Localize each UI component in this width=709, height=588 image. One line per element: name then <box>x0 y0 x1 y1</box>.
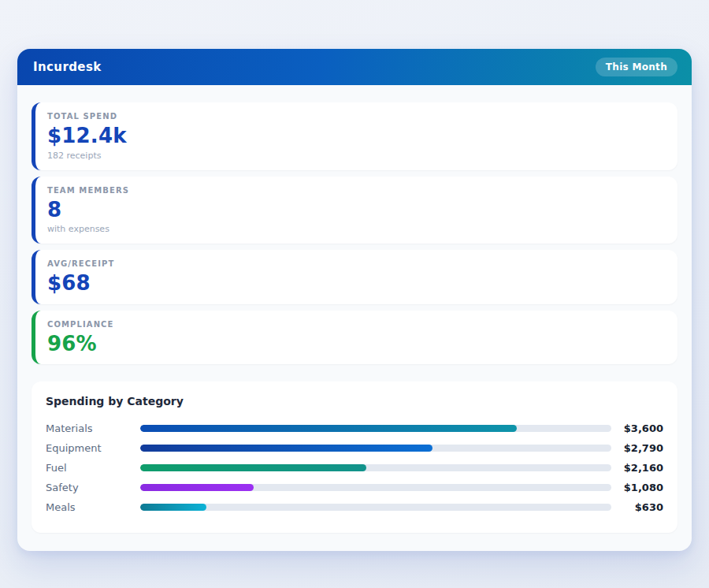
chart-row: Meals$630 <box>46 497 663 517</box>
category-label: Equipment <box>46 442 140 454</box>
stat-card-compliance: COMPLIANCE 96% <box>32 311 677 365</box>
bar-fill <box>140 445 432 452</box>
stat-label: AVG/RECEIPT <box>47 259 665 268</box>
stat-card-team-members: TEAM MEMBERS 8 with expenses <box>32 177 677 244</box>
stat-label: COMPLIANCE <box>47 320 665 329</box>
bar-track <box>140 425 611 432</box>
stat-value: 96% <box>47 333 665 355</box>
stat-subtext: 182 receipts <box>47 151 665 161</box>
chart-row: Materials$3,600 <box>46 419 663 438</box>
stat-label: TOTAL SPEND <box>47 112 665 121</box>
category-label: Fuel <box>46 462 140 474</box>
value-label: $630 <box>611 501 663 513</box>
spending-by-category-chart: Spending by Category Materials$3,600Equi… <box>32 381 677 533</box>
value-label: $3,600 <box>611 422 663 434</box>
bar-track <box>140 484 611 491</box>
stat-value: $68 <box>47 272 665 295</box>
bar-fill <box>140 425 517 432</box>
value-label: $2,790 <box>611 442 663 454</box>
bar-fill <box>140 464 366 471</box>
period-badge[interactable]: This Month <box>596 58 677 76</box>
bar-track <box>140 504 611 511</box>
chart-row: Safety$1,080 <box>46 478 663 497</box>
dashboard-card: Incurdesk This Month TOTAL SPEND $12.4k … <box>17 49 692 551</box>
dashboard-body: TOTAL SPEND $12.4k 182 receipts TEAM MEM… <box>17 85 692 551</box>
bar-track <box>140 464 611 471</box>
app-title: Incurdesk <box>33 60 102 74</box>
header-bar: Incurdesk This Month <box>17 49 692 85</box>
chart-rows: Materials$3,600Equipment$2,790Fuel$2,160… <box>46 419 663 517</box>
stat-card-avg-receipt: AVG/RECEIPT $68 <box>32 250 677 304</box>
chart-row: Fuel$2,160 <box>46 458 663 478</box>
value-label: $2,160 <box>611 462 663 474</box>
bar-fill <box>140 504 206 511</box>
chart-row: Equipment$2,790 <box>46 438 663 458</box>
category-label: Materials <box>46 422 140 434</box>
value-label: $1,080 <box>611 482 663 493</box>
category-label: Safety <box>46 482 140 493</box>
stat-value: $12.4k <box>47 125 665 147</box>
stat-card-total-spend: TOTAL SPEND $12.4k 182 receipts <box>32 102 677 170</box>
bar-fill <box>140 484 254 491</box>
bar-track <box>140 445 611 452</box>
category-label: Meals <box>46 501 140 513</box>
stat-label: TEAM MEMBERS <box>47 186 665 195</box>
stat-subtext: with expenses <box>47 224 665 234</box>
chart-title: Spending by Category <box>46 395 663 408</box>
stat-value: 8 <box>47 199 665 221</box>
